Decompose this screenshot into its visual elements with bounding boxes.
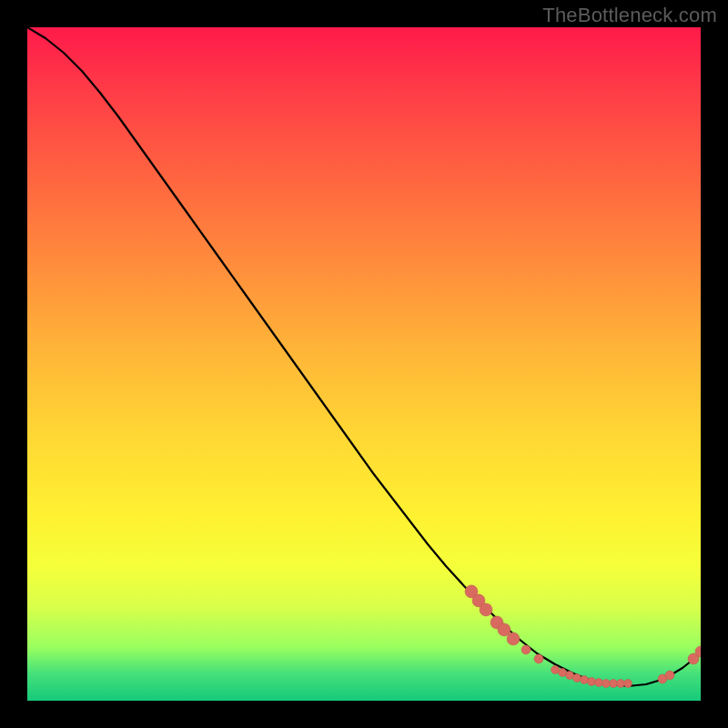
data-dot bbox=[551, 666, 560, 674]
data-dot bbox=[559, 669, 567, 677]
data-dot bbox=[581, 676, 589, 684]
chart-frame: TheBottleneck.com bbox=[0, 0, 728, 728]
watermark-text: TheBottleneck.com bbox=[542, 4, 717, 27]
data-dot bbox=[624, 680, 632, 688]
data-dot bbox=[534, 654, 543, 663]
plot-area bbox=[27, 27, 701, 701]
data-dot bbox=[588, 678, 596, 686]
data-dot bbox=[566, 672, 574, 680]
data-dot bbox=[617, 680, 625, 688]
data-dot bbox=[480, 603, 492, 616]
bottleneck-curve bbox=[27, 27, 701, 686]
data-dot bbox=[602, 680, 611, 688]
data-dots bbox=[465, 585, 701, 688]
data-dot bbox=[610, 680, 618, 688]
data-dot bbox=[665, 671, 674, 680]
data-dot bbox=[507, 632, 520, 645]
curve-layer bbox=[27, 27, 701, 701]
data-dot bbox=[521, 645, 531, 654]
data-dot bbox=[595, 679, 603, 687]
data-dot bbox=[573, 674, 581, 682]
